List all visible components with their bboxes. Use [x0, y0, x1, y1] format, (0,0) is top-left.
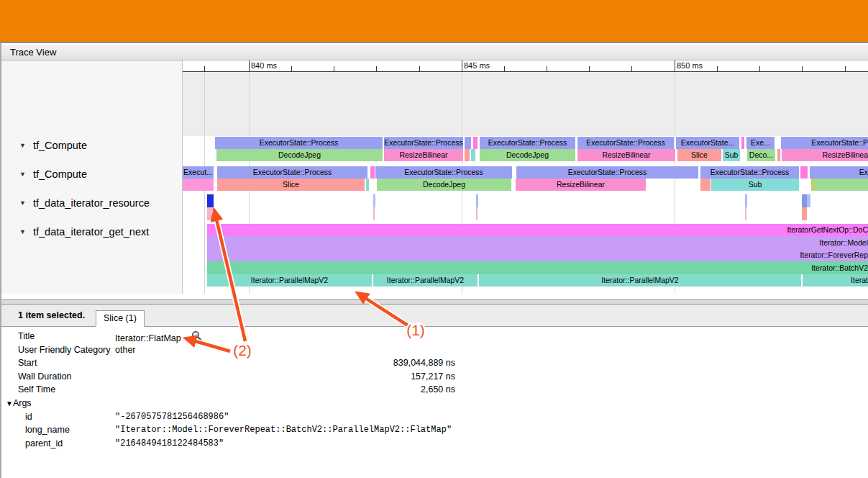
window-left-border — [0, 43, 1, 478]
track-label-tf_Compute[interactable]: ▼tf_Compute — [0, 139, 182, 152]
trace-slice[interactable]: Iterator::ForeverRep — [207, 249, 868, 261]
track-label-tf_data_iterator_get_next[interactable]: ▼tf_data_iterator_get_next — [0, 225, 182, 238]
trace-slice[interactable]: Sub — [723, 149, 740, 161]
pane-splitter[interactable] — [0, 294, 868, 305]
detail-row: TitleIterator::FlatMap — [0, 330, 868, 343]
trace-slice[interactable]: DecodeJpeg — [216, 149, 383, 161]
arg-key: long_name — [25, 423, 70, 437]
trace-slice[interactable]: ExecutorState::Process — [480, 137, 575, 149]
trace-slice[interactable]: Slice — [217, 179, 365, 191]
trace-slice[interactable]: ExecutorState::Process — [384, 137, 463, 149]
trace-slice[interactable]: ResizeBilinear — [516, 179, 646, 191]
selection-status: 1 item selected. — [18, 305, 85, 326]
collapse-arrow-icon[interactable]: ▼ — [19, 168, 26, 181]
trace-slice[interactable] — [471, 149, 475, 161]
trace-slice[interactable] — [800, 166, 808, 179]
trace-slice[interactable] — [183, 179, 214, 191]
trace-slice[interactable]: DecodeJpeg — [377, 179, 511, 191]
trace-slice[interactable]: Sub — [711, 179, 799, 191]
timeline-canvas[interactable]: 840 ms845 ms850 ms ExecutorState::Proces… — [182, 60, 868, 294]
arg-key: parent_id — [25, 437, 63, 451]
trace-slice[interactable] — [476, 194, 478, 207]
trace-slice[interactable]: ExecutorState::Process — [215, 137, 383, 149]
trace-slice[interactable]: Iterat — [803, 274, 868, 287]
trace-slice[interactable]: ResizeBilinea — [782, 149, 868, 161]
ruler-tick-label: 850 ms — [677, 61, 703, 70]
trace-slice[interactable]: Iterator::ParallelMapV2 — [373, 274, 478, 287]
ruler-tick-label: 845 ms — [464, 61, 490, 70]
ruler-tick-minor — [204, 66, 205, 71]
collapse-arrow-icon[interactable]: ▼ — [19, 139, 26, 152]
trace-slice[interactable] — [465, 149, 470, 161]
arg-row: parent_id"2164849418122484583" — [0, 437, 868, 451]
trace-slice[interactable] — [373, 194, 375, 207]
collapse-arrow-icon[interactable]: ▼ — [19, 225, 26, 238]
collapse-arrow-icon[interactable]: ▼ — [19, 197, 26, 209]
track-label-tf_Compute[interactable]: ▼tf_Compute — [0, 168, 182, 181]
trace-slice[interactable]: ResizeBilinear — [577, 149, 675, 161]
slice-details-panel: TitleIterator::FlatMapUser Friendly Cate… — [0, 327, 868, 478]
trace-slice[interactable] — [802, 207, 807, 220]
trace-slice[interactable] — [815, 179, 868, 191]
trace-slice[interactable] — [745, 194, 747, 207]
trace-slice[interactable]: ExecutorState::Process — [375, 166, 512, 179]
trace-slice[interactable]: Slice — [677, 149, 721, 161]
magnifier-icon[interactable] — [191, 330, 203, 342]
tab-slice[interactable]: Slice (1) — [96, 310, 145, 327]
trace-slice[interactable] — [207, 194, 214, 207]
detail-row: User Friendly Categoryother — [0, 343, 868, 357]
trace-slice[interactable]: ResizeBilinear — [384, 149, 463, 161]
track-name: tf_Compute — [33, 168, 87, 181]
trace-slice[interactable]: Iterator::BatchV2 — [207, 261, 868, 274]
arg-value: "2164849418122484583" — [115, 437, 224, 451]
analysis-header: 1 item selected. Slice (1) — [0, 305, 868, 327]
trace-view-title-bar: Trace View — [0, 45, 868, 60]
arg-row: id"-2670575781256468986" — [0, 410, 868, 424]
trace-slice[interactable] — [476, 207, 478, 220]
trace-slice[interactable] — [700, 179, 711, 191]
trace-viewer-app: Trace View ▼tf_Compute▼tf_Compute▼tf_dat… — [0, 0, 868, 478]
trace-slice[interactable] — [207, 207, 214, 220]
trace-slice[interactable]: Deco... — [747, 149, 775, 161]
trace-slice[interactable]: Iterator::ParallelMapV2 — [207, 274, 372, 287]
field-label: Title — [18, 330, 35, 343]
time-ruler[interactable]: 840 ms845 ms850 ms — [183, 60, 868, 72]
trace-slice[interactable] — [473, 137, 478, 149]
args-collapse-icon[interactable]: ▼ — [6, 400, 13, 407]
trace-slice[interactable]: Iterator::ParallelMapV2 — [479, 274, 801, 287]
trace-slice[interactable]: ExecutorState::P — [781, 137, 868, 149]
args-header[interactable]: ▼Args — [6, 397, 32, 411]
arg-value: "Iterator::Model::ForeverRepeat::BatchV2… — [115, 423, 452, 437]
track-label-tf_data_iterator_resource[interactable]: ▼tf_data_iterator_resource — [0, 197, 182, 209]
trace-slice[interactable] — [465, 137, 471, 149]
trace-slice[interactable] — [807, 194, 810, 207]
trace-slice[interactable]: Exe... — [746, 137, 775, 149]
trace-slice[interactable] — [741, 137, 744, 149]
trace-slice[interactable]: Iterator::Model — [207, 236, 868, 249]
trace-slice[interactable]: Ex — [810, 166, 868, 179]
ruler-tick-minor — [291, 66, 292, 71]
ruler-tick-minor — [334, 66, 334, 71]
args-section-header: ▼Args — [0, 397, 868, 410]
splitter-bar[interactable] — [0, 299, 868, 305]
trace-slice[interactable] — [777, 149, 780, 161]
trace-slice[interactable] — [370, 166, 375, 179]
trace-slice[interactable]: DecodeJpeg — [480, 149, 575, 161]
args-label: Args — [13, 398, 32, 408]
trace-slice[interactable] — [802, 194, 807, 207]
trace-slice[interactable]: ExecutorState::Process — [700, 166, 799, 179]
trace-slice[interactable] — [366, 179, 369, 191]
trace-slice[interactable] — [373, 207, 375, 220]
trace-slice[interactable]: IteratorGetNextOp::DoC — [207, 224, 868, 236]
detail-row: Self Time2,650 ns — [0, 383, 868, 397]
arg-value: "-2670575781256468986" — [115, 410, 229, 424]
trace-slice[interactable]: ExecutorState::Process — [516, 166, 698, 179]
field-value: 2,650 ns — [115, 383, 455, 397]
ruler-tick-minor — [504, 66, 505, 71]
trace-slice[interactable] — [745, 207, 746, 220]
trace-slice[interactable]: ExecutorState... — [676, 137, 739, 149]
ruler-tick-minor — [547, 66, 547, 71]
trace-slice[interactable]: ExecutorState::Process — [217, 166, 367, 179]
trace-slice[interactable]: Execut... — [183, 166, 214, 179]
trace-slice[interactable]: ExecutorState::Process — [577, 137, 674, 149]
